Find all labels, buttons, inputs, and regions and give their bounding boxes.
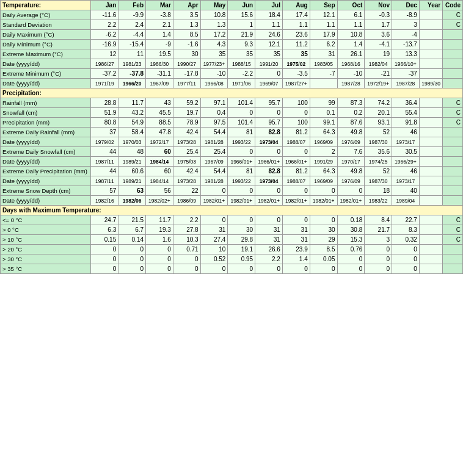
cell-value: 2.2 <box>255 254 283 264</box>
cell-value: 46 <box>392 167 420 176</box>
cell-value: 35 <box>200 49 228 59</box>
cell-value: 100 <box>282 118 310 128</box>
cell-value: 2.1 <box>146 20 173 30</box>
cell-value <box>419 157 442 167</box>
cell-value: 0 <box>146 245 173 254</box>
cell-value: 0 <box>282 186 310 196</box>
column-header-aug: Aug <box>282 1 310 10</box>
cell-value: 60 <box>146 147 173 157</box>
cell-value: 1987/11 <box>91 176 118 186</box>
cell-value: 0 <box>310 215 337 225</box>
table-row: > 0 °C6.36.719.327.8313031313030.821.78.… <box>1 225 463 235</box>
cell-value: 97.1 <box>200 98 228 108</box>
cell-value: 95.7 <box>255 98 283 108</box>
cell-value <box>419 215 442 225</box>
cell-value: 30.8 <box>337 225 365 235</box>
cell-value: 1990/27 <box>173 59 200 69</box>
cell-value: 0 <box>337 186 365 196</box>
cell-value: 101.4 <box>228 98 255 108</box>
table-row: Extreme Snow Depth (cm)57635622000000184… <box>1 186 463 196</box>
cell-value: 31 <box>282 235 310 245</box>
cell-value: 8.5 <box>310 245 337 254</box>
cell-value: 87.6 <box>337 118 365 128</box>
cell-value: -1.6 <box>173 40 200 49</box>
cell-value: 3 <box>392 20 420 30</box>
row-label: Extreme Minimum (°C) <box>1 69 91 79</box>
table-row: Precipitation (mm)80.854.988.578.997.510… <box>1 118 463 128</box>
cell-value: 1969/07 <box>255 79 283 88</box>
cell-value: 1971/19 <box>91 79 118 88</box>
cell-value: 0 <box>310 264 337 274</box>
cell-value: 11.7 <box>118 98 146 108</box>
cell-value <box>419 225 442 235</box>
cell-value: 100 <box>282 98 310 108</box>
row-label: > 20 °C <box>1 245 91 254</box>
cell-value: 19.7 <box>173 108 200 118</box>
cell-value <box>443 137 463 147</box>
cell-value: -9.9 <box>118 10 146 20</box>
cell-value: 0 <box>392 245 420 254</box>
cell-value: 43 <box>146 98 173 108</box>
cell-value: 21.9 <box>228 30 255 40</box>
cell-value <box>419 59 442 69</box>
cell-value: 25.4 <box>200 147 228 157</box>
cell-value: 1973/17 <box>392 176 420 186</box>
cell-value: 1.4 <box>282 254 310 264</box>
cell-value: 31 <box>255 225 283 235</box>
table-row: > 35 °C000000000000 <box>1 264 463 274</box>
cell-value: 15.6 <box>228 10 255 20</box>
cell-value <box>419 137 442 147</box>
cell-value: C <box>443 225 463 235</box>
cell-value: 45.5 <box>146 108 173 118</box>
cell-value: 17.2 <box>200 30 228 40</box>
row-label: Standard Deviation <box>1 20 91 30</box>
cell-value: -6.2 <box>91 30 118 40</box>
row-label: Date (yyyy/dd) <box>1 157 91 167</box>
cell-value: 11.7 <box>146 215 173 225</box>
cell-value <box>443 30 463 40</box>
column-header-nov: Nov <box>365 1 392 10</box>
cell-value <box>443 264 463 274</box>
cell-value: 0 <box>337 254 365 264</box>
cell-value: -8.9 <box>392 10 420 20</box>
cell-value: 1967/09 <box>200 157 228 167</box>
cell-value: 54.4 <box>200 128 228 137</box>
cell-value <box>443 147 463 157</box>
cell-value <box>443 49 463 59</box>
cell-value: 1987/28 <box>392 79 420 88</box>
column-header-may: May <box>200 1 228 10</box>
cell-value: 1989/21 <box>118 157 146 167</box>
cell-value: 6.3 <box>91 225 118 235</box>
cell-value: 1970/03 <box>118 137 146 147</box>
cell-value: 52 <box>365 128 392 137</box>
table-row: Daily Minimum (°C)-16.9-15.4-9-1.64.39.3… <box>1 40 463 49</box>
row-label: Date (yyyy/dd) <box>1 196 91 206</box>
cell-value: 6.7 <box>118 225 146 235</box>
cell-value: 1986/27 <box>91 59 118 69</box>
cell-value <box>419 49 442 59</box>
cell-value <box>419 176 442 186</box>
cell-value: 54.4 <box>200 167 228 176</box>
cell-value: 28.8 <box>91 98 118 108</box>
cell-value: 1971/06 <box>228 79 255 88</box>
cell-value: 0.15 <box>91 235 118 245</box>
row-label: > 0 °C <box>1 225 91 235</box>
cell-value: 1979/02 <box>91 137 118 147</box>
cell-value: 1982/16 <box>91 196 118 206</box>
cell-value: 1974/25 <box>365 157 392 167</box>
column-header-jan: Jan <box>91 1 118 10</box>
cell-value: 80.8 <box>91 118 118 128</box>
cell-value: 13.3 <box>392 49 420 59</box>
cell-value: 31 <box>282 225 310 235</box>
section-header-label: Days with Maximum Temperature: <box>1 206 463 215</box>
row-label: Precipitation (mm) <box>1 118 91 128</box>
cell-value <box>419 118 442 128</box>
cell-value: 1987/28 <box>337 79 365 88</box>
cell-value: 1988/07 <box>282 137 310 147</box>
cell-value: 1.4 <box>337 40 365 49</box>
cell-value: 11.2 <box>282 40 310 49</box>
cell-value: 0 <box>282 215 310 225</box>
cell-value: 0 <box>200 215 228 225</box>
cell-value: C <box>443 20 463 30</box>
cell-value: 1987/30 <box>365 176 392 186</box>
